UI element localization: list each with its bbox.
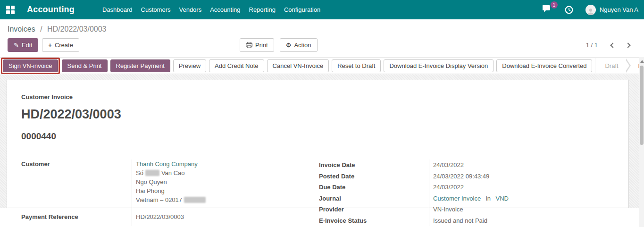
edit-button[interactable]: ✎ Edit (8, 38, 38, 52)
einvoice-status-label: E-Invoice Status (319, 215, 429, 227)
provider-value: VN-Invoice (429, 204, 614, 215)
customer-label: Customer (21, 160, 132, 210)
plus-icon: + (48, 42, 52, 48)
provider-label: Provider (319, 204, 429, 215)
breadcrumb: Invoices / HD/2022/03/0003 (0, 19, 644, 34)
printer-icon (246, 42, 252, 48)
customer-name-link[interactable]: Thanh Cong Company (136, 160, 198, 168)
download-einvoice-converted-button[interactable]: Download E-Invoice Converted (496, 59, 592, 72)
scrollbar-up-arrow-icon[interactable] (640, 60, 644, 63)
user-name: Nguyen Van A (600, 6, 638, 13)
create-button[interactable]: + Create (42, 38, 79, 52)
apps-grid-icon[interactable] (6, 6, 15, 14)
scrollbar-thumb[interactable] (640, 66, 644, 145)
activities-clock-icon[interactable] (565, 6, 573, 14)
breadcrumb-separator: / (40, 25, 42, 33)
messages-icon[interactable]: 1 (543, 5, 552, 15)
page: Accounting Dashboard Customers Vendors A… (0, 0, 644, 227)
redacted-text (184, 197, 206, 203)
breadcrumb-invoices-link[interactable]: Invoices (8, 25, 35, 33)
journal-value: Customer Invoice in VND (429, 193, 614, 204)
redacted-text (145, 170, 159, 176)
right-field-group: Invoice Date 24/03/2022 Posted Date 24/0… (319, 160, 614, 226)
left-field-group: Customer Thanh Cong Company SốVan Cao Ng… (21, 160, 319, 226)
pager-previous-icon[interactable] (610, 42, 615, 48)
cancel-vn-invoice-button[interactable]: Cancel VN-Invoice (267, 59, 329, 72)
journal-in-text: in (486, 195, 491, 202)
gear-icon: ⚙ (286, 42, 292, 48)
breadcrumb-current: HD/2022/03/0003 (47, 25, 106, 33)
customer-value: Thanh Cong Company SốVan Cao Ngo Quyen H… (132, 160, 319, 210)
currency-link[interactable]: VND (496, 195, 509, 202)
annotation-highlight-box: Sign VN-invoice (1, 58, 60, 74)
customer-address-line2: Ngo Quyen (136, 177, 319, 186)
posted-date-value: 24/03/2022 09:43:49 (429, 171, 614, 182)
form-statusbar-strip: Sign VN-invoice Send & Print Register Pa… (0, 57, 644, 74)
statusbar-arrow-separator (626, 59, 631, 73)
journal-link[interactable]: Customer Invoice (433, 195, 481, 202)
statusbar-state-draft[interactable]: Draft (597, 62, 626, 69)
invoice-date-label: Invoice Date (319, 160, 429, 171)
print-button[interactable]: Print (240, 38, 274, 52)
due-date-label: Due Date (319, 182, 429, 193)
nav-item-reporting[interactable]: Reporting (245, 0, 280, 19)
statusbar: Draft Posted (595, 58, 644, 73)
add-credit-note-button[interactable]: Add Credit Note (209, 59, 264, 72)
print-button-label: Print (255, 42, 268, 49)
customer-address-line4: Vietnam – 02017 (136, 195, 319, 204)
customer-address-line1: SốVan Cao (136, 168, 319, 177)
navbar-right: 1 Nguyen Van A (543, 5, 638, 15)
preview-button[interactable]: Preview (173, 59, 206, 72)
document-type-label: Customer Invoice (21, 93, 614, 101)
journal-label: Journal (319, 193, 429, 204)
field-area: Customer Thanh Cong Company SốVan Cao Ng… (21, 160, 614, 226)
payment-reference-value: HD/2022/03/0003 (132, 210, 319, 227)
invoice-sheet: Customer Invoice HD/2022/03/0003 0000440… (7, 80, 629, 208)
content-background: Customer Invoice HD/2022/03/0003 0000440… (0, 74, 644, 208)
pager-value[interactable]: 1 / 1 (586, 42, 598, 49)
control-panel-toolbar: ✎ Edit + Create Print ⚙ Action (0, 34, 644, 57)
top-navbar: Accounting Dashboard Customers Vendors A… (0, 0, 644, 19)
pencil-icon: ✎ (14, 42, 19, 48)
nav-item-customers[interactable]: Customers (137, 0, 175, 19)
payment-reference-label: Payment Reference (21, 210, 132, 227)
due-date-value: 24/03/2022 (429, 182, 614, 193)
nav-item-configuration[interactable]: Configuration (280, 0, 325, 19)
action-button-label: Action (294, 42, 311, 49)
einvoice-status-value: Issued and not Paid (429, 215, 614, 227)
nav-menu: Dashboard Customers Vendors Accounting R… (98, 0, 325, 19)
nav-item-vendors[interactable]: Vendors (175, 0, 206, 19)
register-payment-button[interactable]: Register Payment (110, 59, 170, 72)
customer-address-line3: Hai Phong (136, 186, 319, 195)
vertical-scrollbar[interactable] (639, 57, 644, 227)
invoice-number: HD/2022/03/0003 (21, 107, 614, 122)
user-menu[interactable]: Nguyen Van A (585, 5, 638, 15)
message-count-badge: 1 (551, 1, 558, 8)
app-title: Accounting (27, 5, 75, 15)
invoice-date-value: 24/03/2022 (429, 160, 614, 171)
sign-vn-invoice-button[interactable]: Sign VN-invoice (3, 59, 58, 72)
posted-date-label: Posted Date (319, 171, 429, 182)
reset-to-draft-button[interactable]: Reset to Draft (332, 59, 381, 72)
pager-next-icon[interactable] (625, 42, 630, 48)
nav-item-accounting[interactable]: Accounting (206, 0, 244, 19)
create-button-label: Create (55, 42, 73, 49)
action-button[interactable]: ⚙ Action (280, 38, 318, 52)
invoice-reference: 0000440 (21, 131, 614, 142)
avatar (585, 5, 596, 15)
nav-item-dashboard[interactable]: Dashboard (98, 0, 137, 19)
send-and-print-button[interactable]: Send & Print (62, 59, 108, 72)
edit-button-label: Edit (22, 42, 32, 49)
download-einvoice-display-button[interactable]: Download E-Invoice Display Version (384, 59, 493, 72)
